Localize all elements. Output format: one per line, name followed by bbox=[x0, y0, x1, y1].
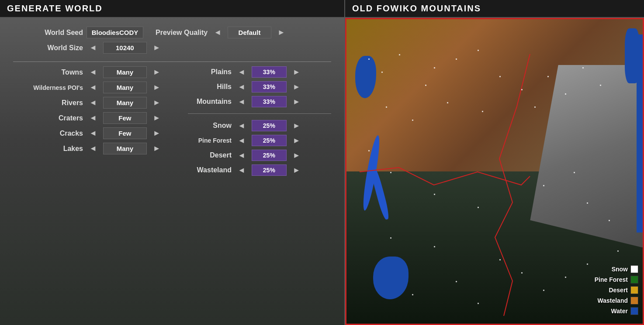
wilderness-left-btn[interactable]: ◄ bbox=[87, 82, 100, 93]
pine-forest-label: Pine Forest bbox=[188, 137, 232, 144]
hills-row: Hills ◄ 33% ► bbox=[188, 81, 331, 92]
legend-snow: Snow bbox=[612, 265, 638, 273]
plains-value: 33% bbox=[252, 66, 287, 78]
legend-wasteland-label: Wasteland bbox=[598, 297, 628, 304]
legend-pine-forest: Pine Forest bbox=[595, 276, 638, 284]
plains-row: Plains ◄ 33% ► bbox=[188, 66, 331, 78]
hills-value: 33% bbox=[252, 81, 287, 92]
legend-water-label: Water bbox=[611, 308, 628, 315]
snow-row: Snow ◄ 25% ► bbox=[188, 120, 331, 131]
legend-pine-forest-label: Pine Forest bbox=[595, 276, 628, 283]
wasteland-left-btn[interactable]: ◄ bbox=[235, 165, 248, 176]
legend-water: Water bbox=[611, 307, 638, 315]
pine-forest-left-btn[interactable]: ◄ bbox=[235, 135, 248, 146]
rivers-left-btn[interactable]: ◄ bbox=[87, 97, 100, 108]
world-size-label: World Size bbox=[13, 44, 83, 52]
legend-water-swatch bbox=[630, 307, 638, 315]
hills-label: Hills bbox=[188, 83, 232, 91]
legend-snow-label: Snow bbox=[612, 266, 628, 273]
desert-value: 25% bbox=[252, 150, 287, 161]
craters-label: Craters bbox=[13, 114, 83, 122]
towns-row: Towns ◄ Many ► bbox=[13, 66, 179, 78]
pine-forest-row: Pine Forest ◄ 25% ► bbox=[188, 135, 331, 146]
legend-pine-forest-swatch bbox=[630, 276, 638, 284]
wilderness-row: Wilderness POI's ◄ Many ► bbox=[13, 82, 179, 93]
cracks-label: Cracks bbox=[13, 130, 83, 137]
lakes-left-btn[interactable]: ◄ bbox=[87, 143, 100, 154]
rivers-row: Rivers ◄ Many ► bbox=[13, 97, 179, 109]
mountains-left-btn[interactable]: ◄ bbox=[235, 96, 248, 107]
world-size-left-btn[interactable]: ◄ bbox=[87, 42, 100, 53]
plains-right-btn[interactable]: ► bbox=[290, 67, 303, 78]
lakes-value: Many bbox=[103, 143, 147, 154]
legend-desert: Desert bbox=[609, 286, 638, 294]
map-canvas: Snow Pine Forest Desert Wasteland Water bbox=[346, 19, 643, 324]
craters-left-btn[interactable]: ◄ bbox=[87, 113, 100, 123]
wasteland-right-btn[interactable]: ► bbox=[290, 165, 303, 176]
left-panel-title: GENERATE WORLD bbox=[7, 3, 103, 13]
mountains-row: Mountains ◄ 33% ► bbox=[188, 96, 331, 107]
rivers-label: Rivers bbox=[13, 99, 83, 107]
world-size-value: 10240 bbox=[103, 42, 147, 54]
desert-right-btn[interactable]: ► bbox=[290, 150, 303, 161]
craters-row: Craters ◄ Few ► bbox=[13, 112, 179, 124]
lakes-label: Lakes bbox=[13, 145, 83, 153]
legend-snow-swatch bbox=[630, 265, 638, 273]
wilderness-value: Many bbox=[103, 82, 147, 93]
water-right bbox=[637, 34, 643, 233]
mountains-right-btn[interactable]: ► bbox=[290, 96, 303, 107]
world-seed-value: BloodiesCODY bbox=[87, 27, 143, 38]
lakes-row: Lakes ◄ Many ► bbox=[13, 143, 179, 154]
snow-left-btn[interactable]: ◄ bbox=[235, 120, 248, 131]
legend-desert-label: Desert bbox=[609, 287, 628, 294]
mountains-label: Mountains bbox=[188, 98, 232, 106]
towns-label: Towns bbox=[13, 68, 83, 76]
desert-row: Desert ◄ 25% ► bbox=[188, 150, 331, 161]
craters-value: Few bbox=[103, 112, 147, 124]
cracks-left-btn[interactable]: ◄ bbox=[87, 128, 100, 139]
preview-quality-left-btn[interactable]: ◄ bbox=[211, 27, 224, 38]
wasteland-value: 25% bbox=[252, 164, 287, 176]
towns-value: Many bbox=[103, 66, 147, 78]
preview-quality-label: Preview Quality bbox=[156, 29, 208, 37]
pine-forest-value: 25% bbox=[252, 135, 287, 146]
world-seed-label: World Seed bbox=[13, 29, 83, 37]
towns-right-btn[interactable]: ► bbox=[150, 67, 163, 78]
cracks-right-btn[interactable]: ► bbox=[150, 128, 163, 139]
cracks-row: Cracks ◄ Few ► bbox=[13, 127, 179, 139]
left-panel: World Seed BloodiesCODY Preview Quality … bbox=[0, 18, 345, 325]
preview-quality-value: Default bbox=[228, 27, 271, 38]
right-panel-title: OLD FOWIKO MOUNTAINS bbox=[352, 3, 481, 13]
legend-desert-swatch bbox=[630, 286, 638, 294]
hills-right-btn[interactable]: ► bbox=[290, 82, 303, 92]
desert-left-btn[interactable]: ◄ bbox=[235, 150, 248, 161]
map-legend: Snow Pine Forest Desert Wasteland Water bbox=[595, 265, 638, 315]
plains-label: Plains bbox=[188, 68, 232, 76]
wasteland-label: Wasteland bbox=[188, 166, 232, 174]
rivers-right-btn[interactable]: ► bbox=[150, 97, 163, 108]
wasteland-row: Wasteland ◄ 25% ► bbox=[188, 164, 331, 176]
plains-left-btn[interactable]: ◄ bbox=[235, 67, 248, 78]
towns-left-btn[interactable]: ◄ bbox=[87, 67, 100, 78]
map-panel: Snow Pine Forest Desert Wasteland Water bbox=[345, 18, 644, 325]
craters-right-btn[interactable]: ► bbox=[150, 113, 163, 123]
pine-forest-right-btn[interactable]: ► bbox=[290, 135, 303, 146]
lakes-right-btn[interactable]: ► bbox=[150, 143, 163, 154]
legend-wasteland-swatch bbox=[630, 297, 638, 304]
cracks-value: Few bbox=[103, 127, 147, 139]
wilderness-label: Wilderness POI's bbox=[13, 84, 83, 91]
wilderness-right-btn[interactable]: ► bbox=[150, 82, 163, 93]
snow-value: 25% bbox=[252, 120, 287, 131]
legend-wasteland: Wasteland bbox=[598, 297, 639, 304]
snow-label: Snow bbox=[188, 122, 232, 130]
rivers-value: Many bbox=[103, 97, 147, 109]
snow-right-btn[interactable]: ► bbox=[290, 120, 303, 131]
desert-label: Desert bbox=[188, 151, 232, 159]
world-size-right-btn[interactable]: ► bbox=[150, 42, 163, 53]
hills-left-btn[interactable]: ◄ bbox=[235, 82, 248, 92]
mountains-value: 33% bbox=[252, 96, 287, 107]
preview-quality-right-btn[interactable]: ► bbox=[275, 27, 288, 38]
